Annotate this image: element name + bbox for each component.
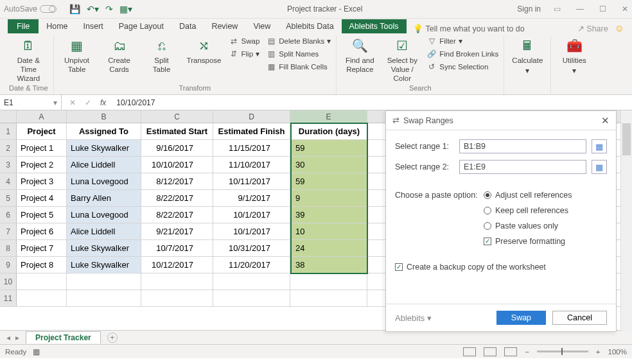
cell[interactable] xyxy=(141,290,213,306)
row-header[interactable]: 8 xyxy=(0,240,17,256)
cell[interactable]: Luna Lovegood xyxy=(67,173,141,189)
formula-input[interactable]: 10/10/2017 xyxy=(114,98,155,107)
row-header[interactable]: 3 xyxy=(0,157,17,173)
autosave-toggle[interactable]: AutoSave xyxy=(4,4,57,13)
cell[interactable]: Luke Skywalker xyxy=(67,257,141,273)
row-header[interactable]: 11 xyxy=(0,290,17,306)
sync-selection-button[interactable]: ↺Sync Selection xyxy=(426,62,498,72)
cell[interactable]: 30 xyxy=(290,157,367,173)
name-box[interactable]: E1 ▾ xyxy=(0,95,62,110)
opt-keep[interactable]: Keep cell references xyxy=(484,206,572,215)
cell[interactable] xyxy=(67,273,141,290)
split-table-button[interactable]: ⎌Split Table xyxy=(144,36,180,74)
add-sheet-icon[interactable]: + xyxy=(107,333,118,343)
tab-file[interactable]: File xyxy=(8,19,39,33)
cell[interactable]: 24 xyxy=(290,240,367,256)
opt-adjust[interactable]: Adjust cell references xyxy=(484,191,572,200)
cell[interactable]: 9/16/2017 xyxy=(141,140,213,156)
cell[interactable]: Project 1 xyxy=(17,140,67,156)
header-cell[interactable]: Assigned To xyxy=(67,123,141,139)
cell[interactable] xyxy=(67,290,141,306)
flip-button[interactable]: ⇵Flip ▾ xyxy=(229,49,260,59)
range2-input[interactable]: E1:E9 xyxy=(459,160,586,174)
row-header[interactable]: 5 xyxy=(0,190,17,206)
ribbon-options-icon[interactable]: ▭ xyxy=(554,4,561,13)
zoom-out-icon[interactable]: − xyxy=(525,348,529,356)
cell[interactable]: 8/22/2017 xyxy=(141,207,213,223)
view-pagebreak-icon[interactable] xyxy=(504,347,517,356)
cell[interactable]: 9/21/2017 xyxy=(141,223,213,239)
row-header[interactable]: 9 xyxy=(0,257,17,273)
close-icon[interactable]: ✕ xyxy=(622,4,628,13)
col-B[interactable]: B xyxy=(67,110,141,123)
range1-picker-icon[interactable]: ▦ xyxy=(592,139,607,153)
view-pagelayout-icon[interactable] xyxy=(484,347,496,356)
cell[interactable]: Project 7 xyxy=(17,240,67,256)
zoom-slider[interactable] xyxy=(537,351,588,352)
cell[interactable]: Project 5 xyxy=(17,207,67,223)
cell[interactable]: 11/10/2017 xyxy=(213,157,290,173)
opt-values[interactable]: Paste values only xyxy=(484,221,572,230)
calculate-button[interactable]: 🖩Calculate▾ xyxy=(509,36,545,76)
macro-icon[interactable]: ▦ xyxy=(33,347,40,356)
cell[interactable] xyxy=(213,273,290,290)
header-cell[interactable]: Duration (days) xyxy=(290,123,367,139)
cell[interactable]: 10/1/2017 xyxy=(213,207,290,223)
share-button[interactable]: ↗ Share xyxy=(577,24,608,33)
vertical-scrollbar[interactable] xyxy=(620,110,632,332)
col-C[interactable]: C xyxy=(141,110,213,123)
cell[interactable]: 10/1/2017 xyxy=(213,223,290,239)
cell[interactable]: 11/20/2017 xyxy=(213,257,290,273)
cell[interactable] xyxy=(213,290,290,306)
find-broken-links-button[interactable]: 🔗Find Broken Links xyxy=(426,49,498,59)
row-header[interactable]: 10 xyxy=(0,273,17,290)
sheet-tab-active[interactable]: Project Tracker xyxy=(26,331,101,343)
sheet-next-icon[interactable]: ▸ xyxy=(15,333,19,342)
range2-picker-icon[interactable]: ▦ xyxy=(592,160,607,174)
cell[interactable]: 9 xyxy=(290,190,367,206)
cell[interactable]: 8/22/2017 xyxy=(141,190,213,206)
header-cell[interactable]: Project xyxy=(17,123,67,139)
zoom-in-icon[interactable]: + xyxy=(596,348,601,356)
tab-view[interactable]: View xyxy=(245,19,278,33)
save-icon[interactable]: 💾 xyxy=(69,4,80,14)
view-normal-icon[interactable] xyxy=(463,347,476,356)
cell[interactable]: 38 xyxy=(290,257,367,273)
col-A[interactable]: A xyxy=(17,110,67,123)
fill-blank-cells-button[interactable]: ▦Fill Blank Cells xyxy=(266,62,331,72)
cell[interactable] xyxy=(17,290,67,306)
find-replace-button[interactable]: 🔍Find and Replace xyxy=(342,36,378,74)
cell[interactable]: 8/12/2017 xyxy=(141,173,213,189)
cell[interactable]: Barry Allen xyxy=(67,190,141,206)
cell[interactable]: Project 3 xyxy=(17,173,67,189)
col-E[interactable]: E xyxy=(290,110,367,123)
header-cell[interactable]: Estimated Finish xyxy=(213,123,290,139)
tab-data[interactable]: Data xyxy=(171,19,204,33)
cell[interactable]: 39 xyxy=(290,207,367,223)
preserve-formatting[interactable]: ✓Preserve formatting xyxy=(484,237,572,246)
minimize-icon[interactable]: — xyxy=(576,4,584,13)
cell[interactable]: 10/7/2017 xyxy=(141,240,213,256)
cell[interactable]: Project 4 xyxy=(17,190,67,206)
row-header[interactable]: 6 xyxy=(0,207,17,223)
tab-review[interactable]: Review xyxy=(204,19,245,33)
cell[interactable]: Luna Lovegood xyxy=(67,207,141,223)
enter-formula-icon[interactable]: ✓ xyxy=(85,98,91,107)
cell[interactable]: 11/15/2017 xyxy=(213,140,290,156)
swap-confirm-button[interactable]: Swap xyxy=(496,311,546,325)
cell[interactable] xyxy=(290,273,367,290)
cell[interactable] xyxy=(17,273,67,290)
transpose-button[interactable]: ⤭Transpose xyxy=(186,36,222,65)
split-names-button[interactable]: ▥Split Names xyxy=(266,49,331,59)
tab-ablebits-tools[interactable]: Ablebits Tools xyxy=(342,19,407,33)
tab-home[interactable]: Home xyxy=(39,19,75,33)
sheet-prev-icon[interactable]: ◂ xyxy=(6,333,10,342)
close-pane-icon[interactable]: ✕ xyxy=(601,115,610,126)
cell[interactable] xyxy=(290,290,367,306)
cell[interactable]: Project 8 xyxy=(17,257,67,273)
cancel-button[interactable]: Cancel xyxy=(552,311,607,325)
cell[interactable]: 10 xyxy=(290,223,367,239)
signin-link[interactable]: Sign in xyxy=(517,4,541,13)
cell[interactable]: Alice Liddell xyxy=(67,157,141,173)
cell[interactable]: 9/1/2017 xyxy=(213,190,290,206)
